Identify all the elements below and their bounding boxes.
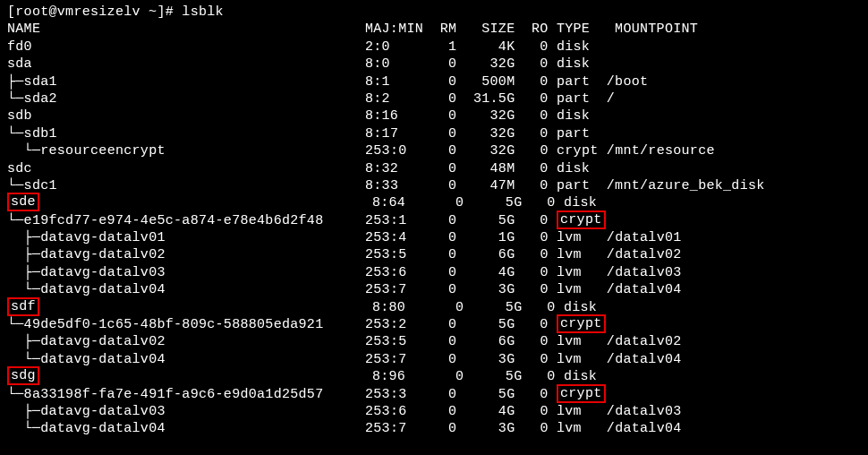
col-mount: MOUNTPOINT: [615, 21, 698, 38]
device-name: sdg: [7, 366, 39, 385]
device-row: └─datavg-datalv04 253:7 0 3G 0 lvm /data…: [7, 351, 861, 368]
device-size: 3G: [465, 351, 515, 368]
device-size: 32G: [465, 142, 515, 159]
device-name: sde: [7, 193, 39, 211]
device-type: lvm: [557, 281, 599, 298]
device-row: └─resourceencrypt 253:0 0 32G 0 crypt /m…: [7, 142, 861, 159]
device-name: datavg-datalv01: [40, 229, 166, 246]
device-size: 6G: [465, 333, 515, 350]
prompt: [root@vmresizelv ~]#: [7, 4, 182, 21]
device-rm: 0: [431, 420, 456, 437]
device-rm: 0: [431, 56, 456, 73]
device-size: 6G: [465, 246, 515, 263]
device-mount: /datalv04: [607, 281, 682, 298]
prompt-row: [root@vmresizelv ~]# lsblk: [7, 4, 861, 21]
device-ro: 0: [523, 246, 549, 263]
device-name: datavg-datalv03: [40, 403, 166, 420]
device-size: 32G: [465, 107, 515, 124]
device-name: e19fcd77-e974-4e5c-a874-e78e4b6d2f48: [24, 212, 324, 229]
device-majmin: 8:2: [365, 90, 423, 107]
device-majmin: 8:64: [372, 194, 430, 211]
device-row: fd0 2:0 1 4K 0 disk: [7, 39, 861, 56]
device-majmin: 8:0: [365, 56, 423, 73]
device-name: resourceencrypt: [40, 142, 166, 159]
device-row: └─e19fcd77-e974-4e5c-a874-e78e4b6d2f48 2…: [7, 212, 861, 229]
device-name: 49de5df0-1c65-48bf-809c-588805eda921: [24, 316, 324, 333]
device-type: disk: [557, 107, 599, 124]
device-rm: 0: [431, 229, 456, 246]
device-type: disk: [557, 160, 599, 177]
device-name: sdb1: [24, 125, 57, 142]
device-ro: 0: [523, 142, 549, 159]
device-majmin: 253:6: [365, 264, 423, 281]
device-row: sdc 8:32 0 48M 0 disk: [7, 160, 861, 177]
device-rm: 0: [431, 125, 456, 142]
device-majmin: 253:3: [365, 386, 423, 403]
device-name: datavg-datalv04: [40, 351, 166, 368]
col-size: SIZE: [465, 21, 515, 38]
device-rm: 0: [431, 281, 456, 298]
device-size: 3G: [465, 420, 515, 437]
device-rm: 0: [438, 299, 464, 316]
device-ro: 0: [531, 299, 556, 316]
device-type: part: [557, 73, 599, 90]
col-type: TYPE: [557, 21, 599, 38]
device-row: └─49de5df0-1c65-48bf-809c-588805eda921 2…: [7, 316, 861, 333]
device-mount: /datalv03: [607, 264, 682, 281]
device-size: 3G: [465, 281, 515, 298]
device-row: sde 8:64 0 5G 0 disk: [7, 194, 861, 211]
device-type: lvm: [557, 420, 599, 437]
device-ro: 0: [523, 420, 549, 437]
device-majmin: 253:0: [365, 142, 423, 159]
device-type: lvm: [557, 264, 599, 281]
device-type: crypt: [557, 384, 606, 403]
device-type: part: [557, 125, 599, 142]
device-rm: 0: [431, 177, 456, 194]
device-size: 5G: [465, 386, 515, 403]
device-rm: 0: [438, 368, 464, 385]
device-name: datavg-datalv02: [40, 333, 166, 350]
tree-prefix: └─: [7, 125, 24, 142]
device-mount: /datalv02: [607, 333, 682, 350]
device-rm: 0: [438, 194, 464, 211]
device-row: sda 8:0 0 32G 0 disk: [7, 56, 861, 73]
device-ro: 0: [523, 212, 549, 229]
device-rm: 0: [431, 212, 456, 229]
device-majmin: 253:5: [365, 246, 423, 263]
device-type: lvm: [557, 333, 599, 350]
device-mount: /mnt/azure_bek_disk: [607, 177, 765, 194]
tree-prefix: ├─: [7, 333, 40, 350]
device-type: lvm: [557, 229, 599, 246]
device-size: 32G: [465, 125, 515, 142]
device-mount: /mnt/resource: [607, 142, 715, 159]
device-size: 5G: [472, 368, 523, 385]
device-size: 47M: [465, 177, 515, 194]
device-size: 4G: [465, 403, 515, 420]
device-mount: /datalv02: [607, 246, 682, 263]
device-name: sdf: [7, 297, 39, 316]
device-majmin: 253:4: [365, 229, 423, 246]
device-name: datavg-datalv03: [40, 264, 166, 281]
device-type: crypt: [557, 210, 606, 229]
device-type: crypt: [557, 142, 599, 159]
device-name: 8a33198f-fa7e-491f-a9c6-e9d0a1d25d57: [24, 386, 324, 403]
device-ro: 0: [523, 177, 549, 194]
device-rm: 0: [431, 264, 456, 281]
device-row: sdb 8:16 0 32G 0 disk: [7, 107, 861, 124]
device-ro: 0: [523, 403, 549, 420]
device-name: fd0: [7, 39, 32, 56]
device-rm: 0: [431, 316, 456, 333]
tree-prefix: └─: [7, 90, 24, 107]
device-row: sdf 8:80 0 5G 0 disk: [7, 299, 861, 316]
device-size: 5G: [465, 316, 515, 333]
device-majmin: 2:0: [365, 39, 423, 56]
device-size: 500M: [465, 73, 515, 90]
device-ro: 0: [523, 386, 549, 403]
device-type: crypt: [557, 314, 606, 333]
device-rm: 0: [431, 246, 456, 263]
device-name: sda2: [24, 90, 57, 107]
device-size: 5G: [472, 299, 523, 316]
device-majmin: 253:1: [365, 212, 423, 229]
device-rm: 1: [431, 39, 456, 56]
device-rm: 0: [431, 403, 456, 420]
